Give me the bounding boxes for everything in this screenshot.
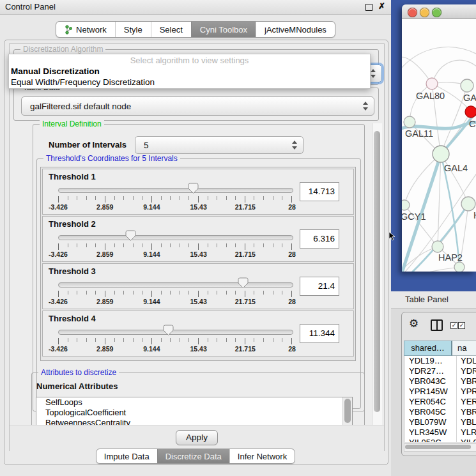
slider-track[interactable] <box>58 188 293 193</box>
network-node-gal11[interactable] <box>404 116 415 128</box>
panel-scrollbar[interactable] <box>372 123 382 425</box>
list-scrollbar-thumb[interactable] <box>344 399 351 423</box>
table-row[interactable]: YBL079WYBL0 <box>404 417 476 427</box>
tab-jactivemnodules[interactable]: jActiveMNodules <box>256 22 335 37</box>
columns-icon[interactable] <box>431 319 443 331</box>
number-of-intervals-combo[interactable]: 5 <box>135 136 303 154</box>
tick-mark <box>123 291 124 295</box>
tick-label: 21.715 <box>235 298 256 305</box>
network-node-ga[interactable] <box>461 79 473 92</box>
checkbox-icon[interactable]: ✓ <box>458 322 465 329</box>
table-cell-shared[interactable]: YBL079W <box>404 417 457 427</box>
tick-label: 28 <box>288 298 296 305</box>
dropdown-option-equal-width-frequency-discretization[interactable]: Equal Width/Frequency Discretization <box>9 77 370 88</box>
table-cell-shared[interactable]: YBR043C <box>404 376 457 387</box>
table-cell-shared[interactable]: YLR345W <box>404 427 457 438</box>
table-row[interactable]: YBR043CYBR0 <box>404 376 476 387</box>
table-row[interactable]: YDL19…YDL1 <box>404 356 476 366</box>
network-node-c[interactable] <box>465 106 476 118</box>
threshold-value-input[interactable]: 21.4 <box>300 277 339 296</box>
table-cell-name[interactable]: YDR2 <box>457 366 476 376</box>
node-label: GAL11 <box>405 128 433 139</box>
network-icon <box>65 25 73 35</box>
network-node-gcy1[interactable] <box>402 200 410 210</box>
list-scrollbar[interactable] <box>342 397 352 426</box>
table-data-combo[interactable]: galFiltered.sif default node <box>21 96 374 116</box>
slider-thumb[interactable] <box>163 325 174 336</box>
column-header-name[interactable]: na <box>452 341 476 356</box>
network-node-hap2[interactable] <box>432 241 443 252</box>
network-node-gal4[interactable] <box>433 146 449 162</box>
tab-cyni-toolbox[interactable]: Cyni Toolbox <box>191 22 256 37</box>
attribute-items: SelfLoopsTopologicalCoefficientBetweenne… <box>36 397 352 426</box>
apply-button[interactable]: Apply <box>176 430 218 445</box>
minimize-traffic-light-icon[interactable] <box>420 8 429 17</box>
table-row[interactable]: YPR145WYPR1 <box>404 387 476 397</box>
table-cell-shared[interactable]: YER054C <box>404 397 457 407</box>
table-row[interactable]: YIL052CYIL0 <box>404 438 476 442</box>
slider-thumb[interactable] <box>188 183 199 194</box>
table-row[interactable]: YDR27…YDR2 <box>404 366 476 376</box>
slider-tick-labels: -3.4262.8599.14415.4321.71528 <box>58 203 292 211</box>
table-cell-shared[interactable]: YIL052C <box>404 438 457 442</box>
tab-network[interactable]: Network <box>56 22 115 37</box>
slider-thumb[interactable] <box>238 277 249 289</box>
float-icon[interactable] <box>365 4 372 11</box>
close-traffic-light-icon[interactable] <box>408 8 417 17</box>
close-icon[interactable]: ✗ <box>378 1 385 11</box>
network-node-h[interactable] <box>461 197 475 211</box>
threshold-slider: -3.4262.8599.14415.4321.71528 <box>58 217 292 261</box>
threshold-value-input[interactable]: 14.713 <box>300 182 339 201</box>
tick-label: 9.144 <box>143 345 160 353</box>
zoom-traffic-light-icon[interactable] <box>432 8 441 17</box>
gear-icon[interactable]: ⚙ <box>409 317 418 330</box>
tick-mark <box>170 196 171 200</box>
table-cell-shared[interactable]: YDR27… <box>404 366 457 376</box>
tick-label: 2.859 <box>96 203 113 211</box>
table-hscrollbar-thumb[interactable] <box>405 445 471 449</box>
table-cell-name[interactable]: YIL0 <box>457 438 476 442</box>
threshold-value-input[interactable]: 6.316 <box>300 229 339 249</box>
slider-track[interactable] <box>58 235 293 240</box>
dropdown-option-manual-discretization[interactable]: Manual Discretization <box>9 66 370 77</box>
numerical-attributes-list[interactable]: SelfLoopsTopologicalCoefficientBetweenne… <box>36 397 353 426</box>
slider-thumb[interactable] <box>125 230 136 242</box>
tab-infer-network[interactable]: Infer Network <box>229 449 295 463</box>
table-cell-name[interactable]: YPR1 <box>457 387 476 397</box>
threshold-value-input[interactable]: 11.344 <box>300 324 339 343</box>
tick-mark <box>282 243 282 247</box>
tab-style[interactable]: Style <box>115 22 151 37</box>
tick-label: -3.426 <box>49 298 68 305</box>
table-cell-name[interactable]: YBR0 <box>457 407 476 417</box>
table-row[interactable]: YBR045CYBR0 <box>404 407 476 417</box>
threshold-row-4: Threshold 4-3.4262.8599.14415.4321.71528… <box>42 311 354 357</box>
table-row[interactable]: YLR345WYLR3 <box>404 427 476 438</box>
tab-discretize-data[interactable]: Discretize Data <box>157 449 229 463</box>
network-node[interactable] <box>454 262 464 272</box>
attribute-item-selfloops[interactable]: SelfLoops <box>36 397 352 408</box>
tick-mark <box>114 291 115 295</box>
table-hscrollbar[interactable] <box>404 443 476 452</box>
panel-scrollbar-thumb[interactable] <box>374 131 380 412</box>
table-cell-shared[interactable]: YDL19… <box>404 356 457 366</box>
table-row[interactable]: YER054CYER0 <box>404 397 476 407</box>
table-cell-name[interactable]: YBL0 <box>457 417 476 427</box>
tick-mark <box>263 291 264 295</box>
network-canvas[interactable]: GAL80GACGAL11GAL4GCY1HHAP2 <box>402 19 476 272</box>
table-cell-name[interactable]: YER0 <box>457 397 476 407</box>
attribute-item-topologicalcoefficient[interactable]: TopologicalCoefficient <box>36 408 352 418</box>
tick-mark <box>180 338 180 342</box>
column-header-shared[interactable]: shared… <box>404 341 452 356</box>
checkbox-icon[interactable]: ✓ <box>450 322 457 329</box>
slider-track[interactable] <box>58 330 293 335</box>
tick-mark <box>95 291 96 295</box>
table-cell-shared[interactable]: YPR145W <box>404 387 457 397</box>
table-cell-name[interactable]: YLR3 <box>457 427 476 438</box>
tab-impute-data[interactable]: Impute Data <box>96 449 157 463</box>
slider-track[interactable] <box>58 282 293 288</box>
table-cell-shared[interactable]: YBR045C <box>404 407 457 417</box>
tab-select[interactable]: Select <box>151 22 191 37</box>
table-cell-name[interactable]: YDL1 <box>457 356 476 366</box>
table-cell-name[interactable]: YBR0 <box>457 376 476 387</box>
network-node-gal80[interactable] <box>426 78 438 89</box>
